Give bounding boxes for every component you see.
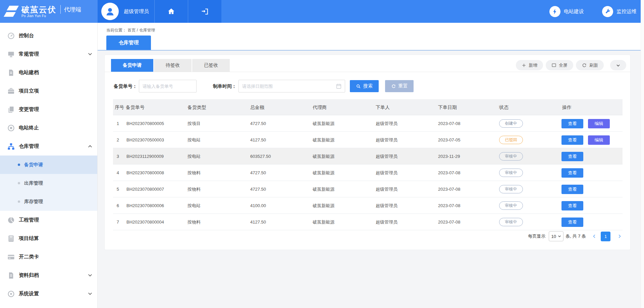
refresh-button[interactable]: 刷新 [576, 60, 604, 70]
cell-index: 2 [113, 132, 119, 148]
user-name: 超级管理员 [124, 8, 149, 15]
search-button[interactable]: 搜索 [350, 80, 379, 92]
table-row: 5BH2023070800007按物料4727.50破茧新能源超级管理员2023… [113, 181, 623, 197]
cell-orderer: 超级管理员 [376, 165, 397, 181]
cell-order-no: BH2023070800008 [126, 165, 164, 181]
sidebar-item[interactable]: 电站终止 [0, 119, 97, 137]
sidebar-item[interactable]: 电站建档 [0, 63, 97, 82]
cell-agent: 破茧新能源 [313, 115, 334, 132]
cell-order-no: BH2023070500003 [126, 132, 164, 148]
calendar-icon[interactable] [336, 83, 342, 89]
tab[interactable]: 备货申请 [111, 59, 153, 72]
column-header: 下单日期 [438, 99, 457, 115]
sidebar-item[interactable]: 仓库管理 [0, 137, 97, 156]
cell-amount: 4100.00 [250, 197, 266, 214]
view-button[interactable]: 查看 [561, 135, 583, 145]
view-button[interactable]: 查看 [561, 152, 583, 161]
column-header: 代理商 [313, 99, 327, 115]
cell-orderer: 超级管理员 [376, 148, 397, 165]
calculator-icon [7, 235, 15, 243]
order-no-input[interactable] [139, 80, 197, 93]
date-label: 制单时间： [213, 80, 236, 93]
sidebar-item[interactable]: 系统设置 [0, 285, 97, 303]
logout-button[interactable] [188, 0, 221, 23]
select-caret-icon [558, 235, 561, 238]
sidebar-item-label: 变更管理 [19, 106, 39, 113]
sidebar-item[interactable]: 工程管理 [0, 211, 97, 229]
fullscreen-icon [551, 63, 556, 68]
sidebar-item[interactable]: 常规管理 [0, 45, 97, 63]
cell-date: 2023-07-08 [438, 214, 461, 230]
cell-type: 按物料 [187, 214, 201, 230]
sidebar-item-label: 仓库管理 [19, 143, 39, 149]
brand-title: 破茧云伏 [21, 5, 56, 14]
status-badge: 审核中 [499, 201, 523, 210]
view-button[interactable]: 查看 [561, 119, 583, 128]
next-page-icon[interactable] [617, 234, 622, 239]
view-button[interactable]: 查看 [561, 201, 583, 210]
tab[interactable]: 已签收 [192, 59, 230, 72]
sidebar-item-label: 资料归档 [19, 272, 39, 279]
briefcase-icon [7, 87, 15, 95]
page-tab-warehouse[interactable]: 仓库管理 [106, 36, 151, 50]
scrollbar[interactable] [641, 0, 644, 308]
cell-amount: 603527.50 [250, 148, 271, 165]
cell-index: 6 [113, 197, 119, 214]
breadcrumb-home[interactable]: 首页 [127, 28, 136, 33]
collapse-button[interactable] [610, 60, 626, 70]
home-button[interactable] [154, 0, 188, 23]
plus-icon [522, 63, 526, 68]
prev-page-icon[interactable] [592, 234, 597, 239]
add-button[interactable]: 新增 [516, 60, 543, 70]
tab[interactable]: 待签收 [154, 59, 192, 72]
sidebar-item[interactable]: 变更管理 [0, 100, 97, 119]
cell-date: 2023-07-08 [438, 181, 461, 197]
gear-icon [7, 290, 15, 298]
table-row: 1BH2023070800005按项目4727.50破茧新能源超级管理员2023… [113, 115, 623, 132]
link-monitor-ops[interactable]: 监控运维 [602, 6, 637, 17]
edit-button[interactable]: 编辑 [588, 119, 610, 128]
cell-index: 1 [113, 115, 119, 132]
view-button[interactable]: 查看 [561, 168, 583, 178]
cell-agent: 破茧新能源 [313, 148, 334, 165]
order-table: 序号备货单号备货类型总金额代理商下单人下单日期状态操作1BH2023070800… [113, 99, 623, 230]
link-power-construction[interactable]: 电站建设 [549, 6, 584, 17]
per-page-select[interactable]: 10 [549, 231, 564, 241]
cell-orderer: 超级管理员 [376, 214, 397, 230]
breadcrumb-separator: / [137, 28, 138, 33]
view-button[interactable]: 查看 [561, 218, 583, 227]
sidebar-item[interactable]: 项目结算 [0, 229, 97, 248]
user-menu[interactable]: 超级管理员 [98, 0, 154, 23]
date-range-input[interactable] [238, 80, 345, 93]
brand-portal-label: 代理端 [64, 6, 81, 13]
fullscreen-button[interactable]: 全屏 [546, 60, 573, 70]
sidebar-subitem[interactable]: 出库管理 [0, 174, 97, 192]
cell-index: 5 [113, 181, 119, 197]
sidebar-item[interactable]: 资料归档 [0, 266, 97, 285]
sidebar-item[interactable]: 项目立项 [0, 82, 97, 100]
reset-icon [391, 84, 396, 89]
cell-type: 按物料 [187, 181, 201, 197]
edit-button[interactable]: 编辑 [588, 135, 610, 145]
main-card: 备货申请待签收已签收 新增 全屏 刷新 备货单号： 制单时间： 搜索 重置 序号… [104, 55, 631, 250]
cell-order-no: BH2023070800004 [126, 214, 164, 230]
sidebar-item[interactable]: 控制台 [0, 26, 97, 45]
cell-order-no: BH2023070800005 [126, 115, 164, 132]
status-badge: 创建中 [499, 119, 523, 128]
reset-button[interactable]: 重置 [385, 80, 414, 92]
sidebar-item-label: 工程管理 [19, 217, 39, 223]
page-number[interactable]: 1 [601, 232, 610, 241]
monitor-icon [7, 50, 15, 58]
view-button[interactable]: 查看 [561, 185, 583, 194]
sidebar-item-label: 系统设置 [19, 291, 39, 297]
sidebar-item[interactable]: 开二类卡 [0, 248, 97, 266]
sidebar-subitem[interactable]: 库存管理 [0, 192, 97, 211]
status-badge: 已驳回 [499, 136, 523, 144]
file-icon [7, 69, 15, 77]
sidebar-item-label: 开二类卡 [19, 254, 39, 260]
table-row: 2BH2023070500003按电站4127.50破茧新能源超级管理员2023… [113, 132, 623, 148]
table-header: 序号备货单号备货类型总金额代理商下单人下单日期状态操作 [113, 99, 623, 115]
sidebar-subitem[interactable]: 备货申请 [0, 156, 97, 174]
copy-icon [7, 106, 15, 114]
topbar: 破茧云伏 Po Jian Yun Fu 代理端 超级管理员 电站建设 监控运维 [0, 0, 644, 23]
